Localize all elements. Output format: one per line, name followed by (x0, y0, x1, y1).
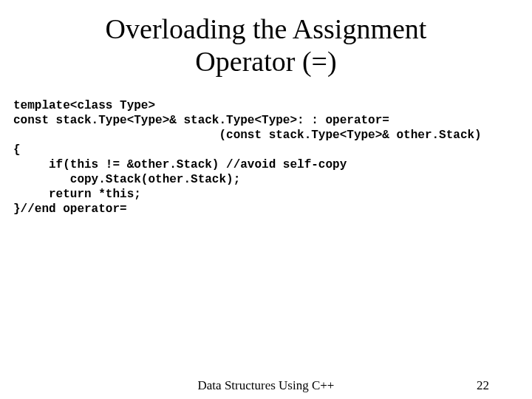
code-line: { (13, 143, 21, 157)
code-line: }//end operator= (13, 202, 127, 216)
code-line: return *this; (13, 188, 141, 201)
slide-title: Overloading the Assignment Operator (=) (0, 0, 532, 78)
code-block: template<class Type> const stack.Type<Ty… (0, 78, 532, 216)
code-line: const stack.Type<Type>& stack.Type<Type>… (13, 114, 389, 127)
code-line: template<class Type> (13, 99, 155, 112)
code-line: if(this != &other.Stack) //avoid self-co… (13, 158, 347, 171)
footer-text: Data Structures Using C++ (0, 378, 532, 393)
title-line-1: Overloading the Assignment (106, 13, 427, 44)
code-line: copy.Stack(other.Stack); (13, 173, 240, 186)
slide: Overloading the Assignment Operator (=) … (0, 0, 532, 399)
page-number: 22 (477, 378, 489, 393)
code-line: (const stack.Type<Type>& other.Stack) (13, 129, 482, 142)
title-line-2: Operator (=) (195, 46, 336, 77)
